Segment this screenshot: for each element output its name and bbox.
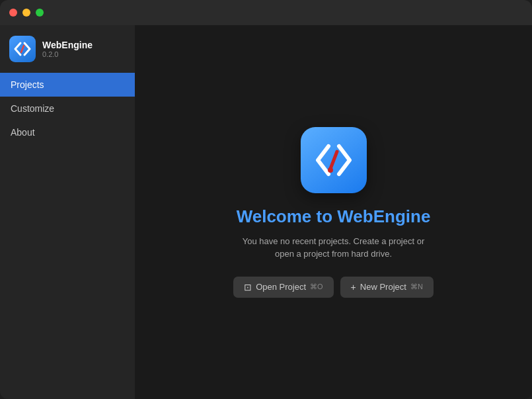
sidebar-item-projects[interactable]: Projects xyxy=(0,73,135,97)
app-info: WebEngine 0.2.0 xyxy=(42,40,93,58)
app-icon xyxy=(9,36,36,62)
sidebar-nav: Projects Customize About xyxy=(0,73,135,144)
svg-point-0 xyxy=(328,167,333,173)
new-project-button[interactable]: + New Project ⌘N xyxy=(340,277,434,298)
plus-icon: + xyxy=(351,282,356,292)
maximize-button[interactable] xyxy=(36,9,44,17)
welcome-description: You have no recent projects. Create a pr… xyxy=(241,235,426,261)
app-name: WebEngine xyxy=(42,40,93,50)
open-project-shortcut: ⌘O xyxy=(310,283,323,291)
sidebar-item-customize[interactable]: Customize xyxy=(0,97,135,120)
app-body: WebEngine 0.2.0 Projects Customize About xyxy=(0,25,532,399)
new-project-shortcut: ⌘N xyxy=(410,283,423,291)
app-version: 0.2.0 xyxy=(42,50,93,58)
open-project-button[interactable]: ⊡ Open Project ⌘O xyxy=(233,277,333,298)
action-buttons: ⊡ Open Project ⌘O + New Project ⌘N xyxy=(233,277,434,298)
welcome-title: Welcome to WebEngine xyxy=(237,206,431,227)
main-content: Welcome to WebEngine You have no recent … xyxy=(135,25,532,399)
folder-icon: ⊡ xyxy=(244,282,252,292)
title-bar xyxy=(0,0,532,25)
open-project-label: Open Project xyxy=(256,282,306,292)
close-button[interactable] xyxy=(9,9,17,17)
new-project-label: New Project xyxy=(360,282,406,292)
welcome-container: Welcome to WebEngine You have no recent … xyxy=(233,127,434,298)
traffic-lights xyxy=(9,9,44,17)
sidebar-header: WebEngine 0.2.0 xyxy=(0,25,135,73)
sidebar-item-about[interactable]: About xyxy=(0,120,135,144)
minimize-button[interactable] xyxy=(22,9,30,17)
welcome-app-icon xyxy=(301,127,367,193)
sidebar: WebEngine 0.2.0 Projects Customize About xyxy=(0,25,135,399)
